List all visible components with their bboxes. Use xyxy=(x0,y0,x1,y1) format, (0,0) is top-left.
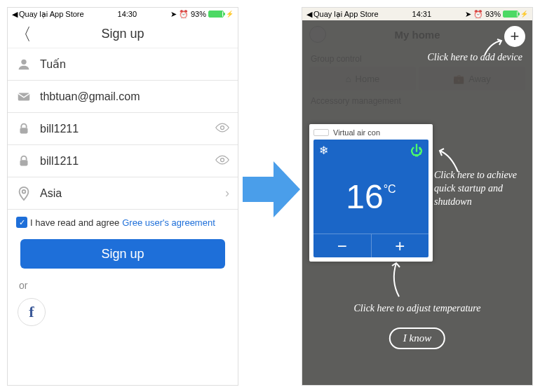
power-button[interactable]: ⏻ xyxy=(410,144,423,158)
tip-temperature: Click here to adjust temperature xyxy=(302,302,532,316)
i-know-button[interactable]: I know xyxy=(389,327,445,349)
lock-icon xyxy=(16,121,32,137)
password-field[interactable]: bill1211 xyxy=(8,113,238,145)
page-title: Sign up xyxy=(101,27,144,41)
device-name: Virtual air con xyxy=(333,128,380,137)
battery-pct: 93% xyxy=(191,10,206,18)
location-icon: ➤ xyxy=(170,10,177,19)
tip-power: Click here to achieve quick startup and … xyxy=(434,169,525,209)
transition-arrow xyxy=(243,161,300,217)
charging-icon: ⚡ xyxy=(520,11,528,18)
agreement-row: ✓ I have read and agree Gree user's agre… xyxy=(8,210,238,235)
email-value: thbtuan@gmail.com xyxy=(40,90,229,103)
status-time: 14:30 xyxy=(118,10,137,18)
facebook-button[interactable]: f xyxy=(18,298,46,326)
arrow-curve-icon xyxy=(437,148,461,173)
eye-icon[interactable] xyxy=(215,155,229,168)
svg-point-0 xyxy=(21,59,26,64)
mail-icon xyxy=(16,89,32,104)
person-icon xyxy=(16,57,32,72)
password-value: bill1211 xyxy=(40,123,207,135)
temp-minus-button[interactable]: − xyxy=(313,234,372,257)
tip-add-device: Click here to add device xyxy=(427,51,522,65)
charging-icon: ⚡ xyxy=(226,11,234,18)
name-field[interactable]: Tuấn xyxy=(8,48,238,81)
svg-point-3 xyxy=(221,126,224,129)
arrow-curve-icon xyxy=(386,260,407,298)
chevron-right-icon: › xyxy=(225,186,229,201)
name-value: Tuấn xyxy=(40,58,229,71)
region-value: Asia xyxy=(40,187,217,200)
battery-icon xyxy=(503,11,518,18)
arrow-curve-icon xyxy=(483,39,504,57)
eye-icon[interactable] xyxy=(215,123,229,135)
temperature-display: 16°C xyxy=(313,177,428,216)
alarm-icon: ⏰ xyxy=(473,10,483,19)
add-device-button[interactable]: + xyxy=(504,26,525,47)
agreement-checkbox[interactable]: ✓ xyxy=(16,217,27,228)
home-screen: ◀Quay lại App Store 14:31 ➤ ⏰ 93% ⚡ My h… xyxy=(302,7,533,386)
email-field[interactable]: thbtuan@gmail.com xyxy=(8,81,238,113)
location-icon: ➤ xyxy=(465,10,471,19)
password-confirm-value: bill1211 xyxy=(40,155,207,168)
nav-bar: 〈 Sign up xyxy=(8,20,238,48)
agreement-text: I have read and agree xyxy=(30,217,119,228)
or-label: or xyxy=(8,273,238,298)
battery-pct: 93% xyxy=(485,10,501,18)
temp-plus-button[interactable]: + xyxy=(372,234,429,257)
back-to-app[interactable]: Quay lại App Store xyxy=(19,10,84,19)
svg-rect-1 xyxy=(18,93,30,100)
signup-screen: ◀Quay lại App Store 14:30 ➤ ⏰ 93% ⚡ 〈 Si… xyxy=(7,7,238,386)
location-pin-icon xyxy=(16,186,32,201)
ac-tile: ❄ ⏻ 16°C − + xyxy=(313,140,428,257)
alarm-icon: ⏰ xyxy=(179,10,189,19)
signup-button[interactable]: Sign up xyxy=(20,239,225,269)
svg-point-5 xyxy=(221,158,224,161)
agreement-link[interactable]: Gree user's agreement xyxy=(122,217,215,228)
region-field[interactable]: Asia › xyxy=(8,177,238,210)
status-time: 14:31 xyxy=(412,10,432,18)
status-bar: ◀Quay lại App Store 14:31 ➤ ⏰ 93% ⚡ xyxy=(302,8,532,20)
snowflake-icon: ❄ xyxy=(319,144,328,157)
svg-rect-2 xyxy=(20,128,28,133)
battery-icon xyxy=(208,11,224,18)
device-switch-icon xyxy=(313,129,329,136)
back-to-app[interactable]: Quay lại App Store xyxy=(313,10,379,19)
svg-rect-4 xyxy=(20,160,28,165)
password-confirm-field[interactable]: bill1211 xyxy=(8,145,238,177)
svg-point-6 xyxy=(22,189,26,193)
back-button[interactable]: 〈 xyxy=(15,23,32,46)
status-bar: ◀Quay lại App Store 14:30 ➤ ⏰ 93% ⚡ xyxy=(8,8,238,20)
device-card[interactable]: Virtual air con ❄ ⏻ 16°C − + xyxy=(309,124,433,262)
lock-icon xyxy=(16,154,32,169)
